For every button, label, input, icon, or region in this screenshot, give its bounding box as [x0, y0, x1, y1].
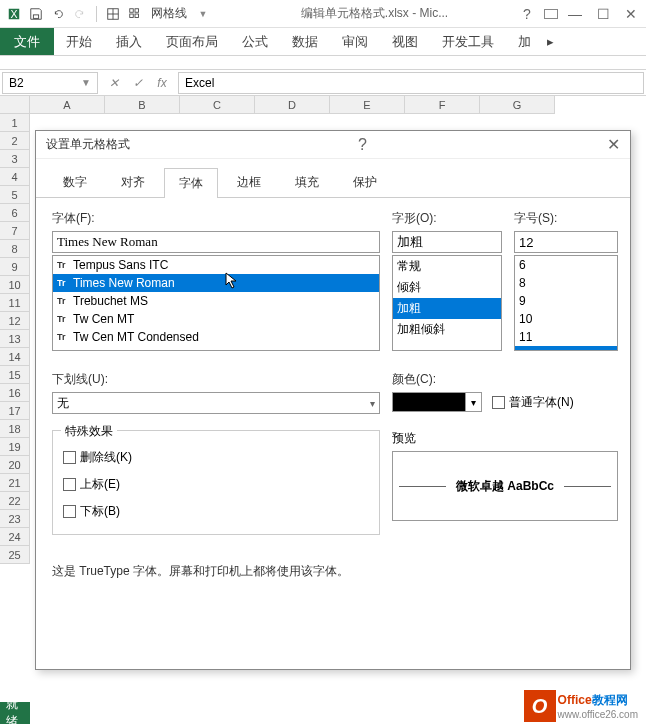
list-item[interactable]: TrTw Cen MT Condensed Extra Bold	[53, 346, 379, 351]
row-header[interactable]: 19	[0, 438, 30, 456]
row-header[interactable]: 23	[0, 510, 30, 528]
tab-view[interactable]: 视图	[380, 28, 430, 55]
col-header[interactable]: A	[30, 96, 105, 114]
row-header[interactable]: 2	[0, 132, 30, 150]
save-icon[interactable]	[26, 4, 46, 24]
color-select[interactable]: ▾	[392, 392, 482, 412]
fx-icon[interactable]: fx	[152, 73, 172, 93]
row-header[interactable]: 17	[0, 402, 30, 420]
redo-icon[interactable]	[70, 4, 90, 24]
font-listbox[interactable]: TrTempus Sans ITC TrTimes New Roman TrTr…	[52, 255, 380, 351]
excel-icon[interactable]: X	[4, 4, 24, 24]
row-header[interactable]: 5	[0, 186, 30, 204]
row-header[interactable]: 12	[0, 312, 30, 330]
list-item[interactable]: 9	[515, 292, 617, 310]
cancel-icon[interactable]: ✕	[104, 73, 124, 93]
row-header[interactable]: 3	[0, 150, 30, 168]
tab-formulas[interactable]: 公式	[230, 28, 280, 55]
borders-icon[interactable]	[103, 4, 123, 24]
superscript-checkbox[interactable]: 上标(E)	[63, 476, 369, 493]
list-item[interactable]: 10	[515, 310, 617, 328]
col-header[interactable]: G	[480, 96, 555, 114]
maximize-icon[interactable]: ☐	[592, 6, 614, 22]
dialog-help-icon[interactable]: ?	[358, 136, 367, 154]
row-header[interactable]: 13	[0, 330, 30, 348]
tab-home[interactable]: 开始	[54, 28, 104, 55]
col-header[interactable]: D	[255, 96, 330, 114]
row-header[interactable]: 6	[0, 204, 30, 222]
tab-number[interactable]: 数字	[48, 167, 102, 197]
row-header[interactable]: 20	[0, 456, 30, 474]
tab-font[interactable]: 字体	[164, 168, 218, 198]
row-header[interactable]: 9	[0, 258, 30, 276]
ribbon-display-icon[interactable]	[544, 9, 558, 19]
chevron-down-icon[interactable]: ▼	[81, 77, 91, 88]
row-header[interactable]: 11	[0, 294, 30, 312]
list-item[interactable]: 加粗	[393, 298, 501, 319]
col-header[interactable]: E	[330, 96, 405, 114]
list-item[interactable]: TrTw Cen MT Condensed	[53, 328, 379, 346]
list-item[interactable]: TrTimes New Roman	[53, 274, 379, 292]
dialog-close-icon[interactable]: ✕	[607, 135, 620, 154]
row-header[interactable]: 22	[0, 492, 30, 510]
ribbon-overflow-icon[interactable]: ▸	[543, 28, 558, 55]
list-item[interactable]: TrTempus Sans ITC	[53, 256, 379, 274]
tab-layout[interactable]: 页面布局	[154, 28, 230, 55]
close-icon[interactable]: ✕	[620, 6, 642, 22]
help-icon[interactable]: ?	[516, 6, 538, 22]
row-header[interactable]: 10	[0, 276, 30, 294]
qat-dropdown-icon[interactable]: ▼	[193, 4, 213, 24]
tab-insert[interactable]: 插入	[104, 28, 154, 55]
subscript-checkbox[interactable]: 下标(B)	[63, 503, 369, 520]
underline-select[interactable]: 无 ▾	[52, 392, 380, 414]
row-header[interactable]: 16	[0, 384, 30, 402]
list-item[interactable]: TrTw Cen MT	[53, 310, 379, 328]
row-header[interactable]: 15	[0, 366, 30, 384]
col-header[interactable]: F	[405, 96, 480, 114]
undo-icon[interactable]	[48, 4, 68, 24]
tab-protection[interactable]: 保护	[338, 167, 392, 197]
row-header[interactable]: 18	[0, 420, 30, 438]
list-item[interactable]: 12	[515, 346, 617, 351]
list-item[interactable]: 11	[515, 328, 617, 346]
size-input[interactable]	[514, 231, 618, 253]
tab-data[interactable]: 数据	[280, 28, 330, 55]
tab-more[interactable]: 加	[506, 28, 543, 55]
tab-file[interactable]: 文件	[0, 28, 54, 55]
list-item[interactable]: TrTrebuchet MS	[53, 292, 379, 310]
list-item[interactable]: 6	[515, 256, 617, 274]
tab-developer[interactable]: 开发工具	[430, 28, 506, 55]
size-listbox[interactable]: 6 8 9 10 11 12	[514, 255, 618, 351]
name-box[interactable]: B2 ▼	[2, 72, 98, 94]
style-input[interactable]	[392, 231, 502, 253]
strikethrough-checkbox[interactable]: 删除线(K)	[63, 449, 369, 466]
grid-icon[interactable]	[125, 4, 145, 24]
list-item[interactable]: 倾斜	[393, 277, 501, 298]
tab-alignment[interactable]: 对齐	[106, 167, 160, 197]
row-header[interactable]: 4	[0, 168, 30, 186]
row-header[interactable]: 7	[0, 222, 30, 240]
col-header[interactable]: B	[105, 96, 180, 114]
row-header[interactable]: 14	[0, 348, 30, 366]
row-header[interactable]: 25	[0, 546, 30, 564]
select-all-button[interactable]	[0, 96, 30, 114]
gridlines-label[interactable]: 网格线	[147, 5, 191, 22]
formula-input[interactable]: Excel	[178, 72, 644, 94]
enter-icon[interactable]: ✓	[128, 73, 148, 93]
dialog-titlebar[interactable]: 设置单元格格式 ? ✕	[36, 131, 630, 159]
row-header[interactable]: 1	[0, 114, 30, 132]
font-input[interactable]	[52, 231, 380, 253]
style-listbox[interactable]: 常规 倾斜 加粗 加粗倾斜	[392, 255, 502, 351]
list-item[interactable]: 加粗倾斜	[393, 319, 501, 340]
row-header[interactable]: 21	[0, 474, 30, 492]
tab-fill[interactable]: 填充	[280, 167, 334, 197]
row-header[interactable]: 8	[0, 240, 30, 258]
tab-review[interactable]: 审阅	[330, 28, 380, 55]
row-header[interactable]: 24	[0, 528, 30, 546]
list-item[interactable]: 8	[515, 274, 617, 292]
list-item[interactable]: 常规	[393, 256, 501, 277]
tab-border[interactable]: 边框	[222, 167, 276, 197]
normal-font-checkbox[interactable]: 普通字体(N)	[492, 394, 574, 411]
col-header[interactable]: C	[180, 96, 255, 114]
minimize-icon[interactable]: —	[564, 6, 586, 22]
